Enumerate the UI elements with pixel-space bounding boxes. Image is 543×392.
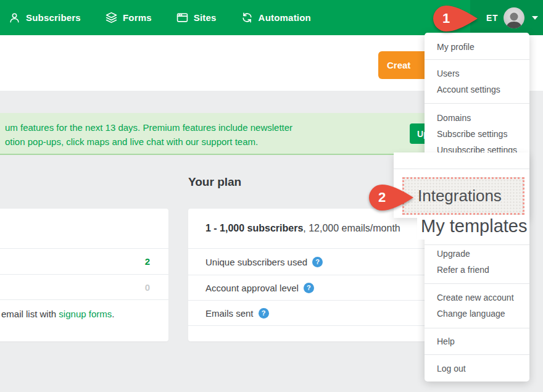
user-menu-trigger[interactable]: ET <box>486 0 538 35</box>
page-title: Your plan <box>188 175 241 189</box>
step-marker-number: 2 <box>368 183 396 212</box>
trial-banner-line1: um features for the next 13 days. Premiu… <box>5 120 350 135</box>
menu-item-my-templates-magnified: My templates <box>421 218 527 236</box>
menu-item-help[interactable]: Help <box>425 333 529 349</box>
stats-hint-period: . <box>112 309 114 319</box>
stats-value-active: 2 <box>145 256 150 267</box>
layers-icon <box>106 12 117 23</box>
help-icon[interactable]: ? <box>304 283 314 293</box>
nav-label: Forms <box>123 12 152 23</box>
menu-item-account-settings[interactable]: Account settings <box>425 81 529 98</box>
step-marker-2: 2 <box>368 183 415 212</box>
sync-icon <box>241 12 253 23</box>
trial-banner: um features for the next 13 days. Premiu… <box>0 113 426 155</box>
nav-label: Automation <box>259 12 311 23</box>
user-initials: ET <box>486 13 498 23</box>
magnified-separator <box>394 169 529 169</box>
menu-item-domains[interactable]: Domains <box>425 110 529 126</box>
plan-title-rest: , 12,000 emails/month <box>303 223 400 234</box>
nav-label: Subscribers <box>26 12 81 23</box>
plan-title-bold: 1 - 1,000 subscribers <box>205 223 303 234</box>
nav-item-automation[interactable]: Automation <box>241 12 311 23</box>
menu-item-my-profile[interactable]: My profile <box>425 39 529 55</box>
stats-card: 2 0 email list with signup forms. <box>0 209 168 341</box>
stats-grow-hint: email list with signup forms. <box>0 300 168 319</box>
caret-down-icon <box>532 16 538 20</box>
stats-card-header-space <box>0 209 168 249</box>
plan-row-emails: Emails sent ? <box>188 301 457 326</box>
menu-item-users[interactable]: Users <box>425 65 529 81</box>
stats-hint-text: email list with <box>1 309 59 319</box>
nav-label: Sites <box>194 12 217 23</box>
user-icon <box>9 12 20 23</box>
window-icon <box>176 12 188 23</box>
nav-item-sites[interactable]: Sites <box>176 12 217 23</box>
menu-item-subscribe-settings[interactable]: Subscribe settings <box>425 126 529 142</box>
menu-item-integrations-highlighted[interactable]: Integrations <box>402 177 524 215</box>
menu-item-create-new-account[interactable]: Create new account <box>425 290 529 306</box>
step-marker-1: 1 <box>432 4 479 33</box>
menu-item-refer-a-friend[interactable]: Refer a friend <box>425 262 529 278</box>
help-icon[interactable]: ? <box>312 257 323 267</box>
nav-item-forms[interactable]: Forms <box>106 12 152 23</box>
stats-row-other: 0 <box>0 275 168 300</box>
menu-item-upgrade[interactable]: Upgrade <box>425 246 529 262</box>
plan-row-subscribers: Unique subscribers used ? <box>188 249 457 275</box>
avatar[interactable] <box>504 7 524 28</box>
signup-forms-link[interactable]: signup forms <box>59 309 112 319</box>
stats-value-other: 0 <box>145 282 150 293</box>
nav-item-subscribers[interactable]: Subscribers <box>9 12 81 23</box>
magnified-next-item: My templates <box>417 218 529 240</box>
plan-row-label: Account approval level <box>205 283 299 293</box>
stats-row-active: 2 <box>0 249 168 275</box>
trial-banner-line2: otion pop-ups, click maps and live chat … <box>5 135 350 149</box>
plan-card: 1 - 1,000 subscribers, 12,000 emails/mon… <box>188 209 457 341</box>
plan-row-label: Unique subscribers used <box>205 257 307 267</box>
menu-item-log-out[interactable]: Log out <box>425 361 529 377</box>
plan-row-approval: Account approval level ? <box>188 275 457 301</box>
menu-item-change-language[interactable]: Change language <box>425 306 529 322</box>
help-icon[interactable]: ? <box>259 308 269 319</box>
plan-row-label: Emails sent <box>205 308 254 319</box>
step-marker-number: 1 <box>432 4 460 33</box>
trial-banner-text: um features for the next 13 days. Premiu… <box>5 120 350 149</box>
